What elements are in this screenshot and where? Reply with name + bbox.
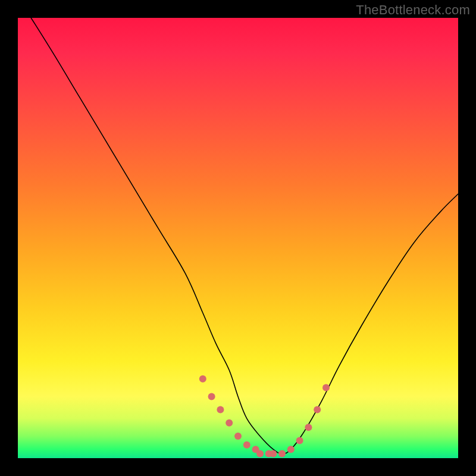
chart-frame: TheBottleneck.com	[0, 0, 476, 476]
marker-point	[287, 446, 295, 453]
marker-point	[322, 384, 330, 392]
marker-point	[234, 433, 242, 440]
chart-svg	[18, 18, 458, 458]
near-optimum-markers	[199, 375, 330, 458]
marker-point	[217, 406, 224, 414]
watermark-text: TheBottleneck.com	[356, 2, 470, 18]
marker-point	[314, 406, 321, 414]
marker-point	[226, 419, 233, 427]
marker-point	[208, 393, 215, 400]
marker-point	[243, 441, 250, 449]
marker-point	[278, 450, 286, 458]
marker-point	[199, 375, 206, 383]
marker-point	[305, 424, 312, 431]
marker-point	[270, 450, 277, 458]
marker-point	[296, 437, 303, 444]
marker-point	[256, 450, 264, 458]
bottleneck-curve	[31, 18, 458, 454]
plot-area	[18, 18, 458, 458]
